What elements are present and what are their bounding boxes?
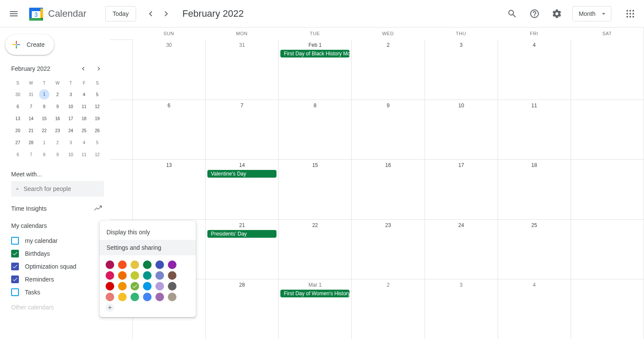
- mini-cal-day[interactable]: 4: [77, 88, 91, 100]
- day-cell[interactable]: 2: [351, 39, 424, 100]
- mini-cal-day[interactable]: 7: [24, 100, 38, 112]
- mini-cal-day[interactable]: 24: [64, 124, 77, 136]
- mini-cal-day[interactable]: 3: [64, 88, 77, 100]
- calendar-checkbox[interactable]: [11, 288, 19, 296]
- day-cell[interactable]: 14Valentine's Day: [205, 159, 278, 219]
- day-cell[interactable]: 24: [425, 219, 498, 279]
- mini-cal-day[interactable]: 26: [91, 124, 104, 136]
- day-cell[interactable]: 21Presidents' Day: [205, 219, 278, 279]
- day-cell[interactable]: 25: [498, 219, 571, 279]
- mini-cal-day[interactable]: 5: [91, 136, 104, 148]
- day-cell[interactable]: 8: [278, 100, 351, 160]
- day-cell[interactable]: 17: [425, 159, 498, 219]
- day-cell[interactable]: 2: [351, 279, 424, 339]
- color-swatch[interactable]: [131, 293, 139, 301]
- mini-cal-day[interactable]: 6: [11, 148, 24, 160]
- color-swatch[interactable]: [155, 282, 164, 291]
- create-button[interactable]: Create: [5, 34, 54, 55]
- event-chip[interactable]: First Day of Women's History Month: [280, 290, 349, 297]
- google-apps-button[interactable]: [620, 3, 641, 24]
- day-cell[interactable]: 3: [425, 39, 498, 100]
- day-cell[interactable]: 28: [205, 279, 278, 339]
- color-swatch[interactable]: [118, 260, 127, 269]
- color-swatch[interactable]: [118, 282, 127, 291]
- mini-cal-day[interactable]: 31: [24, 88, 38, 100]
- day-cell[interactable]: 3: [425, 279, 498, 339]
- search-button[interactable]: [502, 3, 522, 24]
- day-cell[interactable]: [571, 100, 644, 160]
- day-cell[interactable]: 30: [132, 39, 205, 100]
- event-chip[interactable]: First Day of Black History Month: [280, 50, 349, 58]
- settings-sharing-item[interactable]: Settings and sharing: [100, 240, 196, 255]
- mini-cal-day[interactable]: 1: [38, 88, 51, 100]
- day-cell[interactable]: Mar 1First Day of Women's History Month: [278, 279, 351, 339]
- mini-cal-day[interactable]: 14: [24, 112, 38, 124]
- color-swatch[interactable]: [143, 260, 152, 269]
- day-cell[interactable]: 4: [498, 279, 571, 339]
- mini-cal-day[interactable]: 8: [38, 100, 51, 112]
- color-swatch[interactable]: [118, 293, 127, 301]
- next-period-button[interactable]: [158, 6, 174, 21]
- mini-cal-day[interactable]: 20: [11, 124, 24, 136]
- calendar-list-item[interactable]: Birthdays: [5, 247, 110, 260]
- color-swatch[interactable]: [106, 260, 114, 269]
- mini-cal-day[interactable]: 10: [64, 148, 77, 160]
- mini-cal-day[interactable]: 25: [77, 124, 91, 136]
- main-menu-button[interactable]: [3, 3, 24, 24]
- calendar-list-item[interactable]: Optimization squad: [5, 260, 110, 273]
- color-swatch[interactable]: [106, 271, 114, 280]
- my-calendars-label[interactable]: My calendars: [5, 215, 110, 233]
- mini-cal-day[interactable]: 1: [38, 136, 51, 148]
- mini-cal-day[interactable]: 13: [11, 112, 24, 124]
- event-chip[interactable]: Valentine's Day: [207, 170, 276, 178]
- mini-cal-day[interactable]: 16: [51, 112, 64, 124]
- day-cell[interactable]: 9: [351, 100, 424, 160]
- day-cell[interactable]: 11: [498, 100, 571, 160]
- mini-cal-day[interactable]: 9: [51, 100, 64, 112]
- color-swatch[interactable]: [168, 282, 176, 291]
- mini-cal-day[interactable]: 4: [77, 136, 91, 148]
- day-cell[interactable]: 7: [205, 100, 278, 160]
- color-swatch[interactable]: [131, 271, 139, 280]
- view-switcher[interactable]: Month: [572, 6, 611, 21]
- calendar-checkbox[interactable]: [11, 250, 19, 257]
- other-calendars-label[interactable]: Other calendars: [5, 300, 110, 314]
- mini-cal-day[interactable]: 3: [64, 136, 77, 148]
- mini-cal-day[interactable]: 12: [91, 100, 104, 112]
- calendar-checkbox[interactable]: [11, 263, 19, 270]
- search-people-input[interactable]: [24, 185, 99, 192]
- mini-prev-button[interactable]: [78, 64, 88, 74]
- calendar-list-item[interactable]: Tasks: [5, 286, 110, 299]
- mini-cal-day[interactable]: 21: [24, 124, 38, 136]
- day-cell[interactable]: [571, 39, 644, 100]
- color-swatch[interactable]: [168, 260, 176, 269]
- color-swatch[interactable]: [106, 282, 114, 291]
- day-cell[interactable]: 13: [132, 159, 205, 219]
- color-swatch[interactable]: [131, 282, 139, 291]
- day-cell[interactable]: [571, 219, 644, 279]
- event-chip[interactable]: Presidents' Day: [207, 230, 276, 238]
- calendar-checkbox[interactable]: [11, 237, 19, 245]
- calendar-checkbox[interactable]: [11, 275, 19, 283]
- mini-cal-day[interactable]: 2: [51, 88, 64, 100]
- calendar-list-item[interactable]: my calendar: [5, 234, 110, 247]
- mini-cal-day[interactable]: 7: [24, 148, 38, 160]
- day-cell[interactable]: 18: [498, 159, 571, 219]
- color-swatch[interactable]: [143, 282, 152, 291]
- day-cell[interactable]: 22: [278, 219, 351, 279]
- support-button[interactable]: [524, 3, 545, 24]
- mini-cal-day[interactable]: 6: [11, 100, 24, 112]
- color-swatch[interactable]: [131, 260, 139, 269]
- add-color-button[interactable]: +: [106, 303, 114, 312]
- day-cell[interactable]: 23: [351, 219, 424, 279]
- color-swatch[interactable]: [155, 293, 164, 301]
- mini-cal-day[interactable]: 30: [11, 88, 24, 100]
- mini-cal-day[interactable]: 27: [11, 136, 24, 148]
- day-cell[interactable]: [571, 159, 644, 219]
- display-only-item[interactable]: Display this only: [100, 224, 196, 240]
- prev-period-button[interactable]: [143, 6, 158, 21]
- day-cell[interactable]: 6: [132, 100, 205, 160]
- mini-cal-day[interactable]: 23: [51, 124, 64, 136]
- day-cell[interactable]: 16: [351, 159, 424, 219]
- color-swatch[interactable]: [106, 293, 114, 301]
